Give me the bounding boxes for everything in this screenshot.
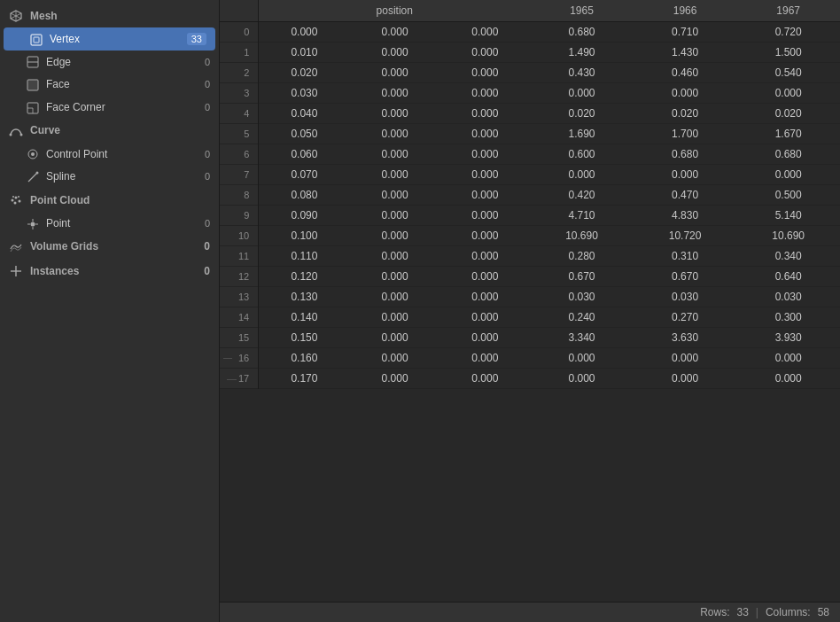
cell-1965: 1.490 — [530, 43, 634, 63]
sidebar-section-curve[interactable]: Curve — [0, 119, 219, 143]
cell-1965: 0.020 — [530, 104, 634, 124]
sidebar-item-face-corner-label: Face Corner — [46, 101, 205, 113]
cell-pos-z: 0.000 — [439, 348, 530, 369]
mesh-icon — [9, 8, 23, 23]
cell-pos-z: 0.000 — [439, 307, 530, 328]
cell-1967: 0.030 — [736, 287, 840, 307]
cell-pos-y: 0.000 — [350, 22, 440, 43]
cell-pos-y: 0.000 — [350, 369, 440, 389]
table-row: 8 0.080 0.000 0.000 0.420 0.470 0.500 — [220, 185, 840, 206]
cell-pos-y: 0.000 — [350, 165, 440, 185]
sidebar-item-spline-label: Spline — [46, 170, 205, 183]
cell-1966: 0.460 — [634, 63, 737, 83]
sidebar-item-control-point-count: 0 — [205, 149, 210, 159]
cell-1965: 0.000 — [530, 369, 634, 389]
cell-1966: 0.000 — [634, 165, 737, 185]
cell-1967: 0.540 — [736, 63, 840, 83]
columns-value: 58 — [818, 606, 829, 618]
cell-1967: 0.000 — [736, 165, 840, 185]
cell-1965: 0.680 — [530, 22, 634, 43]
sidebar-section-point-cloud-label: Point Cloud — [30, 194, 89, 206]
cell-pos-x: 0.170 — [259, 369, 350, 389]
cell-pos-x: 0.010 — [259, 43, 350, 63]
sidebar-item-face-label: Face — [46, 78, 205, 90]
table-body: 0 0.000 0.000 0.000 0.680 0.710 0.720 1 … — [220, 22, 840, 389]
cell-pos-x: 0.060 — [259, 144, 350, 165]
sidebar-section-curve-label: Curve — [30, 124, 60, 136]
instances-icon — [9, 263, 23, 278]
svg-point-12 — [10, 133, 12, 136]
svg-rect-8 — [27, 80, 38, 90]
col-header-index — [220, 0, 259, 22]
cell-1967: 3.930 — [736, 328, 840, 348]
cell-1966: 0.710 — [634, 22, 737, 43]
cell-pos-x: 0.130 — [259, 287, 350, 307]
sidebar-item-vertex[interactable]: Vertex 33 — [4, 27, 215, 51]
sidebar-section-volume-grids[interactable]: Volume Grids 0 — [0, 235, 219, 259]
cell-1965: 0.600 — [530, 144, 634, 165]
table-row: 2 0.020 0.000 0.000 0.430 0.460 0.540 — [220, 63, 840, 83]
curve-icon — [9, 123, 23, 138]
cell-pos-x: 0.040 — [259, 104, 350, 124]
sidebar-section-point-cloud[interactable]: Point Cloud — [0, 188, 219, 212]
cell-1967: 0.000 — [736, 83, 840, 104]
cell-pos-x: 0.000 — [259, 22, 350, 43]
rows-value: 33 — [736, 606, 748, 618]
cell-1965: 0.000 — [530, 165, 634, 185]
table-row: 5 0.050 0.000 0.000 1.690 1.700 1.670 — [220, 124, 840, 144]
svg-point-17 — [36, 171, 39, 174]
sidebar-item-edge[interactable]: Edge 0 — [0, 51, 219, 74]
cell-pos-x: 0.050 — [259, 124, 350, 144]
cell-pos-x: 0.070 — [259, 165, 350, 185]
cell-1966: 0.680 — [634, 144, 737, 165]
sidebar: Mesh Vertex 33 Edge 0 — [0, 0, 220, 622]
cell-pos-x: 0.090 — [259, 206, 350, 226]
sidebar-section-mesh-label: Mesh — [30, 10, 58, 22]
cell-1965: 0.280 — [530, 246, 634, 267]
cell-pos-z: 0.000 — [439, 226, 530, 246]
cell-1966: 0.000 — [634, 83, 737, 104]
table-row: 1 0.010 0.000 0.000 1.490 1.430 1.500 — [220, 43, 840, 63]
cell-pos-z: 0.000 — [439, 43, 530, 63]
cell-row-index: 5 — [220, 124, 259, 144]
cell-row-index: 8 — [220, 185, 259, 206]
cell-1967: 0.000 — [736, 348, 840, 369]
sidebar-section-instances[interactable]: Instances 0 — [0, 259, 219, 283]
cell-pos-z: 0.000 — [439, 246, 530, 267]
spline-icon — [27, 169, 39, 183]
table-row: 10 0.100 0.000 0.000 10.690 10.720 10.69… — [220, 226, 840, 246]
cell-pos-z: 0.000 — [439, 83, 530, 104]
sidebar-section-instances-count: 0 — [204, 265, 210, 277]
sidebar-item-point[interactable]: Point 0 — [0, 212, 219, 235]
sidebar-item-face[interactable]: Face 0 — [0, 73, 219, 96]
cell-1966: 0.000 — [634, 369, 737, 389]
cell-pos-z: 0.000 — [439, 369, 530, 389]
cell-pos-z: 0.000 — [439, 287, 530, 307]
sidebar-item-control-point[interactable]: Control Point 0 — [0, 143, 219, 166]
cell-pos-x: 0.120 — [259, 267, 350, 287]
cell-pos-y: 0.000 — [350, 328, 440, 348]
vertex-icon — [30, 32, 43, 46]
cell-1965: 0.430 — [530, 63, 634, 83]
sidebar-item-face-corner[interactable]: Face Corner 0 — [0, 96, 219, 119]
sidebar-item-spline[interactable]: Spline 0 — [0, 165, 219, 188]
cell-1967: 1.670 — [736, 124, 840, 144]
status-divider: | — [756, 606, 758, 618]
cell-1965: 0.000 — [530, 83, 634, 104]
rows-label: Rows: — [700, 606, 729, 618]
control-point-icon — [27, 147, 39, 161]
cell-1967: 0.500 — [736, 185, 840, 206]
cell-pos-y: 0.000 — [350, 206, 440, 226]
cell-pos-y: 0.000 — [350, 267, 440, 287]
cell-1967: 0.640 — [736, 267, 840, 287]
table-row: 16 0.160 0.000 0.000 0.000 0.000 0.000 — [220, 348, 840, 369]
volume-grids-icon — [9, 239, 23, 254]
cell-1967: 0.720 — [736, 22, 840, 43]
sidebar-section-mesh[interactable]: Mesh — [0, 4, 219, 27]
table-row: 4 0.040 0.000 0.000 0.020 0.020 0.020 — [220, 104, 840, 124]
cell-pos-z: 0.000 — [439, 328, 530, 348]
svg-line-16 — [28, 173, 37, 182]
sidebar-item-point-count: 0 — [205, 218, 210, 229]
cell-pos-x: 0.030 — [259, 83, 350, 104]
table-wrapper[interactable]: position 1965 1966 1967 0 0.000 0.000 0.… — [220, 0, 840, 602]
